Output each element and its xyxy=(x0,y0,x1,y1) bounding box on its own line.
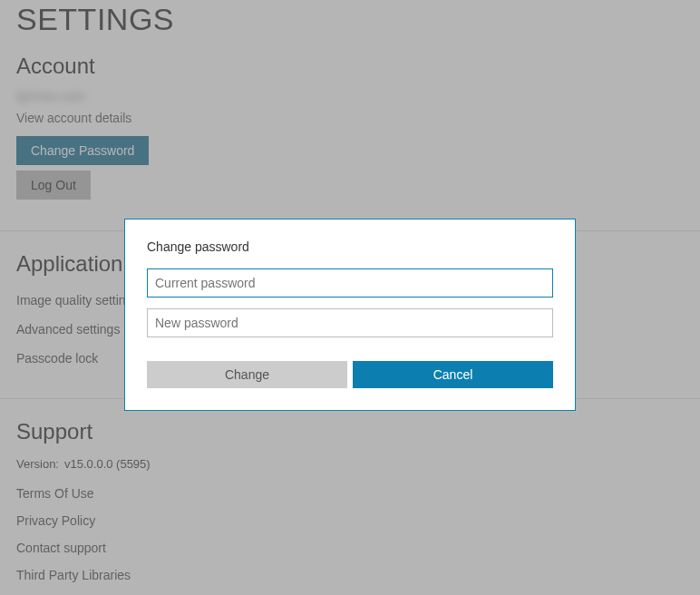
current-password-input[interactable] xyxy=(147,268,553,298)
modal-overlay: Change password Change Cancel xyxy=(0,0,700,595)
change-password-modal: Change password Change Cancel xyxy=(124,219,576,411)
modal-cancel-button[interactable]: Cancel xyxy=(353,361,553,388)
new-password-input[interactable] xyxy=(147,308,553,337)
modal-change-button[interactable]: Change xyxy=(147,361,347,388)
modal-title: Change password xyxy=(147,239,553,254)
